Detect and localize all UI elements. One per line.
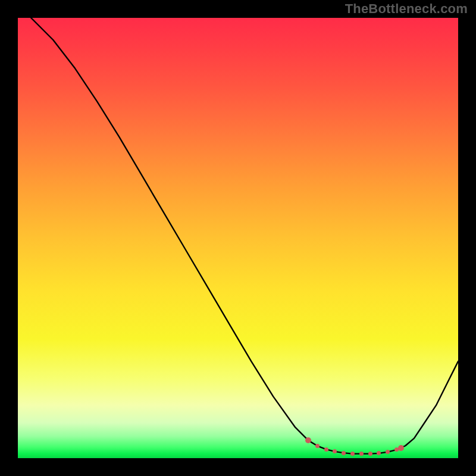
watermark-text: TheBottleneck.com (345, 1, 468, 17)
bottleneck-curve (18, 18, 458, 458)
chart-frame: TheBottleneck.com (0, 0, 476, 476)
plot-area (18, 18, 458, 458)
